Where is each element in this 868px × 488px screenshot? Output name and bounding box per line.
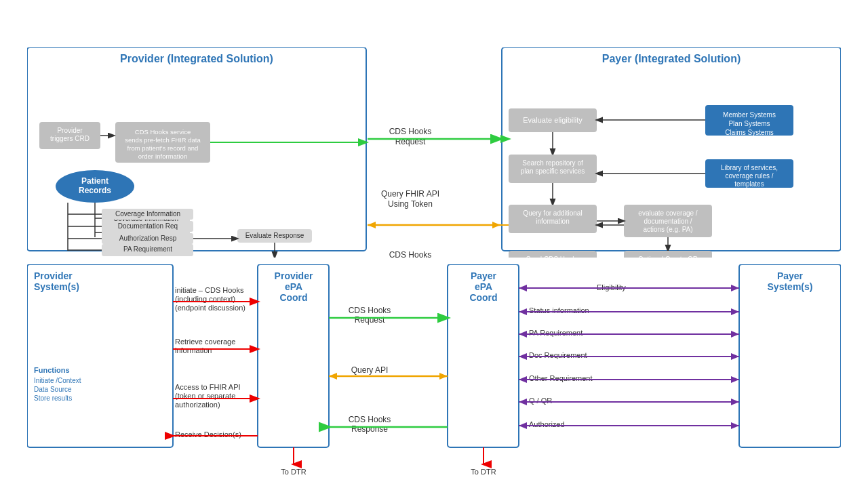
svg-marker-145 [731, 331, 739, 338]
svg-text:CDS Hooks service: CDS Hooks service [135, 128, 191, 136]
svg-text:System(s): System(s) [768, 281, 813, 292]
svg-text:CDS Hooks: CDS Hooks [389, 127, 432, 136]
svg-text:Response: Response [351, 424, 388, 434]
svg-text:Documentation Req: Documentation Req [118, 222, 178, 230]
svg-text:Data Source: Data Source [34, 386, 72, 393]
svg-text:Evaluate eligibility: Evaluate eligibility [523, 116, 583, 124]
svg-text:PA Requirement: PA Requirement [529, 329, 583, 337]
svg-text:ePA: ePA [475, 281, 492, 292]
svg-text:PA Requirement: PA Requirement [123, 245, 172, 253]
svg-text:Other Requirement: Other Requirement [529, 374, 593, 382]
svg-text:To DTR: To DTR [471, 468, 496, 476]
svg-text:Provider: Provider [275, 270, 313, 281]
bottom-section-svg: Provider System(s) initiate – CDS Hooks … [27, 264, 841, 481]
svg-text:from patient's record and: from patient's record and [127, 144, 199, 152]
svg-text:System(s): System(s) [34, 281, 79, 292]
svg-text:CDS Hooks: CDS Hooks [389, 250, 432, 258]
svg-text:ePA: ePA [285, 281, 302, 292]
svg-text:Library of services,: Library of services, [721, 164, 778, 171]
svg-text:coverage rules /: coverage rules / [725, 172, 773, 180]
svg-text:(endpoint discussion): (endpoint discussion) [175, 304, 245, 312]
svg-marker-156 [519, 399, 527, 405]
svg-text:Coord: Coord [279, 292, 307, 303]
svg-text:Send CDS Hooks: Send CDS Hooks [526, 256, 579, 258]
svg-text:documentation /: documentation / [644, 218, 692, 225]
svg-text:Coverage  Information: Coverage Information [115, 210, 180, 218]
svg-text:CDS Hooks: CDS Hooks [349, 415, 391, 424]
svg-marker-152 [519, 376, 527, 383]
svg-text:Claims Systems: Claims Systems [725, 129, 774, 136]
svg-text:plan specific services: plan specific services [521, 167, 585, 175]
svg-marker-148 [519, 353, 527, 360]
svg-text:authorization): authorization) [175, 401, 220, 409]
svg-marker-129 [329, 373, 337, 380]
svg-marker-141 [731, 308, 739, 315]
svg-text:Member Systems: Member Systems [723, 111, 776, 119]
svg-text:Records: Records [79, 186, 111, 195]
svg-marker-161 [731, 422, 739, 429]
svg-text:Provider: Provider [34, 270, 73, 281]
svg-text:information: information [536, 218, 569, 225]
svg-text:Using Token: Using Token [388, 199, 433, 209]
svg-marker-149 [731, 353, 739, 360]
svg-marker-130 [439, 373, 448, 380]
svg-text:Provider (Integrated Solution): Provider (Integrated Solution) [120, 53, 273, 64]
svg-text:To DTR: To DTR [281, 468, 306, 476]
svg-text:Provider: Provider [57, 127, 83, 134]
svg-text:actions (e.g. PA): actions (e.g. PA) [643, 226, 692, 233]
svg-text:Retrieve coverage: Retrieve coverage [175, 338, 235, 346]
svg-marker-157 [731, 399, 739, 405]
svg-text:Authorization Resp: Authorization Resp [119, 235, 177, 242]
svg-text:initiate – CDS Hooks: initiate – CDS Hooks [175, 286, 244, 294]
svg-text:Optional Create QR: Optional Create QR [638, 256, 698, 258]
svg-text:templates: templates [734, 180, 764, 188]
svg-marker-137 [731, 285, 739, 291]
svg-marker-136 [519, 285, 527, 291]
svg-text:Evaluate Response: Evaluate Response [245, 232, 304, 239]
svg-text:Payer: Payer [471, 270, 497, 281]
svg-text:Query FHIR API: Query FHIR API [381, 189, 439, 199]
svg-text:Plan Systems: Plan Systems [728, 120, 770, 127]
svg-text:Request: Request [355, 315, 385, 325]
svg-text:Payer: Payer [777, 270, 804, 281]
svg-marker-153 [731, 376, 739, 383]
svg-marker-140 [519, 308, 527, 315]
svg-text:Payer (Integrated Solution): Payer (Integrated Solution) [602, 53, 741, 64]
svg-text:Doc Requirement: Doc Requirement [529, 351, 587, 359]
svg-text:Query API: Query API [351, 365, 389, 375]
svg-text:CDS Hooks: CDS Hooks [349, 306, 391, 315]
svg-text:Initiate /Context: Initiate /Context [34, 377, 81, 384]
svg-text:Receive Decision(s): Receive Decision(s) [175, 430, 241, 439]
svg-text:Status information: Status information [529, 306, 589, 314]
svg-text:Store results: Store results [34, 394, 72, 402]
svg-marker-144 [519, 331, 527, 338]
svg-text:information: information [175, 346, 212, 354]
svg-text:Coord: Coord [469, 292, 497, 303]
svg-text:order Information: order Information [138, 152, 187, 160]
svg-marker-160 [519, 422, 527, 429]
top-section-svg: Provider (Integrated Solution) Provider … [27, 47, 841, 258]
svg-text:Query for additional: Query for additional [523, 209, 582, 217]
svg-text:evaluate coverage /: evaluate coverage / [638, 209, 698, 217]
svg-text:Authorized: Authorized [529, 420, 565, 428]
svg-text:Functions: Functions [34, 366, 70, 374]
svg-text:Q / QR: Q / QR [529, 396, 552, 405]
svg-text:triggers CRD: triggers CRD [50, 135, 90, 142]
svg-text:sends pre-fetch FHIR data: sends pre-fetch FHIR data [125, 136, 201, 144]
svg-text:Patient: Patient [81, 176, 108, 186]
svg-text:Search repository of: Search repository of [522, 159, 583, 167]
svg-text:Access to FHIR API: Access to FHIR API [175, 383, 241, 391]
